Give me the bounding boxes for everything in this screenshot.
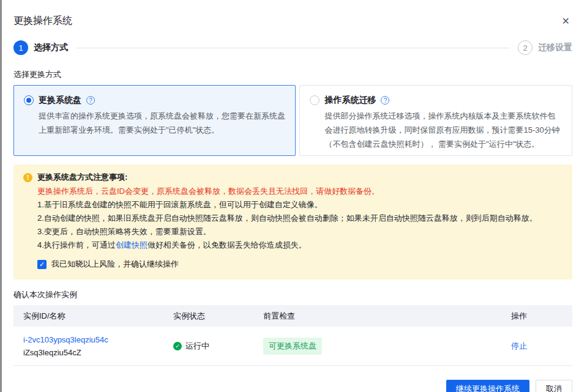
notice-item-4-prefix: 4.执行操作前，可通过: [37, 240, 116, 250]
notice-body: 更换操作系统后，云盘ID会变更，原系统盘会被释放，数据会丢失且无法找回，请做好数…: [37, 185, 563, 252]
notice-title: 更换系统盘方式注意事项:: [37, 172, 127, 183]
radio-selected-icon[interactable]: [24, 95, 34, 105]
dialog-footer: 继续更换操作系统 取消: [13, 380, 572, 392]
mode-options: 更换系统盘 ? 提供丰富的操作系统更换选项，原系统盘会被释放，您需要在新系统盘上…: [13, 85, 572, 156]
notice-head: ! 更换系统盘方式注意事项:: [23, 172, 563, 183]
notice-danger-text: 更换操作系统后，云盘ID会变更，原系统盘会被释放，数据会丢失且无法找回，请做好数…: [37, 185, 563, 198]
close-icon[interactable]: ✕: [559, 15, 572, 28]
step-indicator: 1 选择方式 2 迁移设置: [13, 40, 572, 55]
header-instance-status: 实例状态: [173, 311, 263, 322]
risk-confirm-row: ✓ 我已知晓以上风险，并确认继续操作: [37, 259, 563, 270]
notice-item-2: 2.自动创建的快照，如果旧系统盘开启自动快照随云盘释放，则自动快照会被自动删除；…: [37, 212, 563, 225]
option-title: 操作系统迁移: [324, 95, 376, 106]
cell-precheck: 可更换系统盘: [263, 338, 511, 355]
page-left-edge: [0, 0, 2, 392]
instance-table: 实例ID/名称 实例状态 前置检查 操作 i-2vc103ypsq3leqziu…: [13, 305, 572, 366]
help-icon[interactable]: ?: [86, 96, 95, 105]
mode-section-label: 选择更换方式: [13, 69, 572, 80]
instance-table-label: 确认本次操作实例: [13, 289, 572, 300]
step-2-circle: 2: [518, 40, 533, 55]
risk-notice-box: ! 更换系统盘方式注意事项: 更换操作系统后，云盘ID会变更，原系统盘会被释放，…: [13, 165, 572, 279]
header-instance-id: 实例ID/名称: [13, 311, 173, 322]
notice-item-1: 1.基于旧系统盘创建的快照不能用于回滚新系统盘，但可以用于创建自定义镜像。: [37, 198, 563, 212]
step-1-circle: 1: [13, 40, 28, 55]
notice-item-3: 3.变更后，自动快照策略将失效，需要重新设置。: [37, 225, 563, 239]
notice-item-4-suffix: 做好相关备份，以免数据丢失给你造成损失。: [148, 240, 307, 250]
warning-icon: !: [23, 173, 32, 182]
option-title: 更换系统盘: [39, 95, 81, 106]
cell-action: 停止: [511, 341, 572, 352]
step-connector-line: [77, 48, 509, 48]
change-os-dialog: 更换操作系统 ✕ 1 选择方式 2 迁移设置 选择更换方式 更换系统盘 ? 提供…: [0, 0, 587, 392]
create-snapshot-link[interactable]: 创建快照: [116, 240, 148, 250]
stop-instance-link[interactable]: 停止: [511, 341, 527, 350]
dialog-header: 更换操作系统 ✕: [13, 0, 572, 28]
table-row: i-2vc103ypsq3leqziu54c iZsq3leqziu54cZ ✓…: [13, 327, 572, 366]
instance-id-link[interactable]: i-2vc103ypsq3leqziu54c: [23, 333, 108, 346]
help-icon[interactable]: ?: [381, 96, 389, 105]
step-1-label: 选择方式: [34, 42, 68, 53]
risk-checkbox-checked[interactable]: ✓: [37, 260, 47, 269]
table-header-row: 实例ID/名称 实例状态 前置检查 操作: [13, 305, 572, 327]
precheck-badge: 可更换系统盘: [263, 338, 322, 355]
option-head: 操作系统迁移 ?: [310, 95, 562, 106]
option-description: 提供丰富的操作系统更换选项，原系统盘会被释放，您需要在新系统盘上重新部署业务环境…: [39, 109, 285, 137]
notice-item-4: 4.执行操作前，可通过创建快照做好相关备份，以免数据丢失给你造成损失。: [37, 239, 563, 252]
cell-instance-status: ✓ 运行中: [173, 341, 263, 352]
header-precheck: 前置检查: [263, 311, 511, 322]
option-head: 更换系统盘 ?: [24, 95, 285, 106]
header-action: 操作: [511, 311, 572, 322]
risk-checkbox-label: 我已知晓以上风险，并确认继续操作: [51, 259, 179, 270]
dialog-title: 更换操作系统: [13, 15, 72, 28]
radio-unselected-icon[interactable]: [310, 95, 320, 105]
option-replace-system-disk[interactable]: 更换系统盘 ? 提供丰富的操作系统更换选项，原系统盘会被释放，您需要在新系统盘上…: [13, 85, 296, 156]
step-2-label: 迁移设置: [538, 42, 572, 53]
cell-instance-id-name: i-2vc103ypsq3leqziu54c iZsq3leqziu54cZ: [13, 333, 173, 359]
continue-change-os-button[interactable]: 继续更换操作系统: [446, 380, 529, 392]
cancel-button[interactable]: 取消: [536, 380, 572, 392]
status-text: 运行中: [185, 341, 209, 352]
status-running-icon: ✓: [173, 342, 182, 350]
instance-name: iZsq3leqziu54cZ: [23, 346, 173, 359]
option-os-migration[interactable]: 操作系统迁移 ? 提供部分操作系统迁移选项，操作系统内核版本及主要系统软件包会进…: [299, 85, 572, 156]
option-description: 提供部分操作系统迁移选项，操作系统内核版本及主要系统软件包会进行原地转换升级，同…: [324, 109, 562, 151]
